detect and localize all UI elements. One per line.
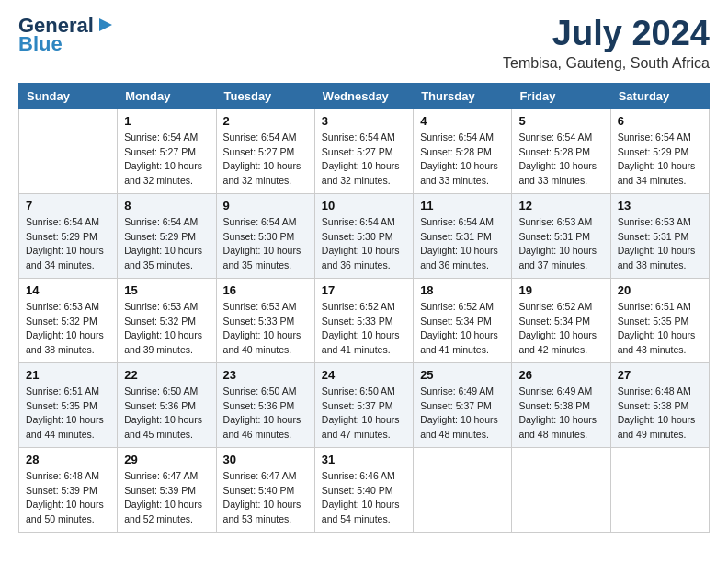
day-number: 6: [618, 114, 702, 128]
week-row-1: 1Sunrise: 6:54 AMSunset: 5:27 PMDaylight…: [19, 109, 710, 193]
day-info: Sunrise: 6:52 AMSunset: 5:34 PMDaylight:…: [420, 300, 505, 358]
day-number: 2: [223, 114, 308, 128]
calendar-cell: 9Sunrise: 6:54 AMSunset: 5:30 PMDaylight…: [216, 193, 314, 278]
day-number: 22: [124, 368, 209, 382]
calendar-cell: 30Sunrise: 6:47 AMSunset: 5:40 PMDayligh…: [216, 447, 314, 532]
day-info: Sunrise: 6:49 AMSunset: 5:38 PMDaylight:…: [518, 385, 603, 442]
day-number: 9: [223, 199, 308, 213]
week-row-4: 21Sunrise: 6:51 AMSunset: 5:35 PMDayligh…: [19, 362, 710, 447]
calendar-cell: 10Sunrise: 6:54 AMSunset: 5:30 PMDayligh…: [314, 193, 413, 278]
day-number: 28: [26, 453, 110, 466]
day-number: 7: [26, 199, 110, 213]
weekday-header-monday: Monday: [118, 83, 216, 109]
weekday-header-tuesday: Tuesday: [216, 83, 314, 109]
calendar-cell: 25Sunrise: 6:49 AMSunset: 5:37 PMDayligh…: [414, 362, 512, 447]
calendar-cell: 12Sunrise: 6:53 AMSunset: 5:31 PMDayligh…: [512, 193, 610, 278]
day-number: 27: [618, 368, 702, 382]
calendar-cell: 17Sunrise: 6:52 AMSunset: 5:33 PMDayligh…: [314, 278, 413, 362]
day-info: Sunrise: 6:47 AMSunset: 5:39 PMDaylight:…: [124, 469, 209, 527]
week-row-5: 28Sunrise: 6:48 AMSunset: 5:39 PMDayligh…: [19, 447, 710, 532]
day-info: Sunrise: 6:53 AMSunset: 5:31 PMDaylight:…: [618, 215, 702, 273]
day-number: 12: [518, 199, 603, 213]
day-number: 20: [618, 283, 702, 297]
weekday-header-saturday: Saturday: [610, 83, 709, 109]
day-info: Sunrise: 6:54 AMSunset: 5:27 PMDaylight:…: [322, 131, 406, 189]
weekday-header-thursday: Thursday: [414, 83, 512, 109]
day-number: 31: [322, 453, 406, 466]
day-info: Sunrise: 6:53 AMSunset: 5:32 PMDaylight:…: [124, 300, 209, 358]
day-info: Sunrise: 6:46 AMSunset: 5:40 PMDaylight:…: [322, 469, 406, 527]
calendar-cell: 13Sunrise: 6:53 AMSunset: 5:31 PMDayligh…: [610, 193, 709, 278]
logo-blue: Blue: [18, 33, 63, 55]
calendar-cell: 11Sunrise: 6:54 AMSunset: 5:31 PMDayligh…: [414, 193, 512, 278]
day-number: 21: [26, 368, 110, 382]
calendar-cell: 23Sunrise: 6:50 AMSunset: 5:36 PMDayligh…: [216, 362, 314, 447]
calendar-cell: [610, 447, 709, 532]
calendar-cell: 31Sunrise: 6:46 AMSunset: 5:40 PMDayligh…: [314, 447, 413, 532]
day-info: Sunrise: 6:54 AMSunset: 5:29 PMDaylight:…: [124, 215, 209, 273]
weekday-header-wednesday: Wednesday: [314, 83, 413, 109]
day-info: Sunrise: 6:49 AMSunset: 5:37 PMDaylight:…: [420, 385, 505, 442]
day-info: Sunrise: 6:53 AMSunset: 5:31 PMDaylight:…: [518, 215, 603, 273]
day-info: Sunrise: 6:50 AMSunset: 5:37 PMDaylight:…: [322, 385, 406, 442]
day-info: Sunrise: 6:54 AMSunset: 5:30 PMDaylight:…: [322, 215, 406, 273]
day-number: 13: [618, 199, 702, 213]
calendar-cell: 19Sunrise: 6:52 AMSunset: 5:34 PMDayligh…: [512, 278, 610, 362]
calendar-cell: 16Sunrise: 6:53 AMSunset: 5:33 PMDayligh…: [216, 278, 314, 362]
day-number: 16: [223, 283, 308, 297]
page-header: General Blue July 2024 Tembisa, Gauteng,…: [18, 15, 710, 72]
svg-marker-0: [99, 18, 112, 31]
calendar-cell: 14Sunrise: 6:53 AMSunset: 5:32 PMDayligh…: [19, 278, 118, 362]
day-number: 18: [420, 283, 505, 297]
location-subtitle: Tembisa, Gauteng, South Africa: [503, 55, 710, 72]
calendar-cell: 20Sunrise: 6:51 AMSunset: 5:35 PMDayligh…: [610, 278, 709, 362]
weekday-header-friday: Friday: [512, 83, 610, 109]
day-number: 25: [420, 368, 505, 382]
calendar-cell: 3Sunrise: 6:54 AMSunset: 5:27 PMDaylight…: [314, 109, 413, 193]
calendar-cell: 22Sunrise: 6:50 AMSunset: 5:36 PMDayligh…: [118, 362, 216, 447]
day-info: Sunrise: 6:54 AMSunset: 5:31 PMDaylight:…: [420, 215, 505, 273]
week-row-3: 14Sunrise: 6:53 AMSunset: 5:32 PMDayligh…: [19, 278, 710, 362]
calendar-cell: 15Sunrise: 6:53 AMSunset: 5:32 PMDayligh…: [118, 278, 216, 362]
day-number: 24: [322, 368, 406, 382]
day-info: Sunrise: 6:54 AMSunset: 5:29 PMDaylight:…: [618, 131, 702, 189]
day-info: Sunrise: 6:52 AMSunset: 5:33 PMDaylight:…: [322, 300, 406, 358]
day-info: Sunrise: 6:54 AMSunset: 5:28 PMDaylight:…: [420, 131, 505, 189]
day-number: 8: [124, 199, 209, 213]
logo: General Blue: [18, 15, 114, 55]
calendar-cell: 8Sunrise: 6:54 AMSunset: 5:29 PMDaylight…: [118, 193, 216, 278]
calendar-cell: 27Sunrise: 6:48 AMSunset: 5:38 PMDayligh…: [610, 362, 709, 447]
day-info: Sunrise: 6:48 AMSunset: 5:38 PMDaylight:…: [618, 385, 702, 442]
day-info: Sunrise: 6:54 AMSunset: 5:30 PMDaylight:…: [223, 215, 308, 273]
day-info: Sunrise: 6:50 AMSunset: 5:36 PMDaylight:…: [124, 385, 209, 442]
calendar-cell: [414, 447, 512, 532]
title-area: July 2024 Tembisa, Gauteng, South Africa: [503, 15, 710, 72]
calendar-cell: 28Sunrise: 6:48 AMSunset: 5:39 PMDayligh…: [19, 447, 118, 532]
calendar-cell: 24Sunrise: 6:50 AMSunset: 5:37 PMDayligh…: [314, 362, 413, 447]
calendar-cell: 2Sunrise: 6:54 AMSunset: 5:27 PMDaylight…: [216, 109, 314, 193]
day-info: Sunrise: 6:54 AMSunset: 5:29 PMDaylight:…: [26, 215, 110, 273]
calendar-cell: [19, 109, 118, 193]
day-info: Sunrise: 6:47 AMSunset: 5:40 PMDaylight:…: [223, 469, 308, 527]
page-container: General Blue July 2024 Tembisa, Gauteng,…: [0, 0, 728, 547]
day-number: 10: [322, 199, 406, 213]
calendar-cell: 29Sunrise: 6:47 AMSunset: 5:39 PMDayligh…: [118, 447, 216, 532]
day-info: Sunrise: 6:54 AMSunset: 5:28 PMDaylight:…: [518, 131, 603, 189]
day-number: 30: [223, 453, 308, 466]
day-number: 11: [420, 199, 505, 213]
day-info: Sunrise: 6:51 AMSunset: 5:35 PMDaylight:…: [618, 300, 702, 358]
calendar-cell: 21Sunrise: 6:51 AMSunset: 5:35 PMDayligh…: [19, 362, 118, 447]
day-info: Sunrise: 6:51 AMSunset: 5:35 PMDaylight:…: [26, 385, 110, 442]
day-number: 23: [223, 368, 308, 382]
week-row-2: 7Sunrise: 6:54 AMSunset: 5:29 PMDaylight…: [19, 193, 710, 278]
day-info: Sunrise: 6:52 AMSunset: 5:34 PMDaylight:…: [518, 300, 603, 358]
weekday-header-row: SundayMondayTuesdayWednesdayThursdayFrid…: [19, 83, 710, 109]
day-number: 4: [420, 114, 505, 128]
day-info: Sunrise: 6:53 AMSunset: 5:32 PMDaylight:…: [26, 300, 110, 358]
day-info: Sunrise: 6:54 AMSunset: 5:27 PMDaylight:…: [223, 131, 308, 189]
day-number: 19: [518, 283, 603, 297]
calendar-cell: 5Sunrise: 6:54 AMSunset: 5:28 PMDaylight…: [512, 109, 610, 193]
day-number: 5: [518, 114, 603, 128]
calendar-cell: 1Sunrise: 6:54 AMSunset: 5:27 PMDaylight…: [118, 109, 216, 193]
calendar-cell: 4Sunrise: 6:54 AMSunset: 5:28 PMDaylight…: [414, 109, 512, 193]
